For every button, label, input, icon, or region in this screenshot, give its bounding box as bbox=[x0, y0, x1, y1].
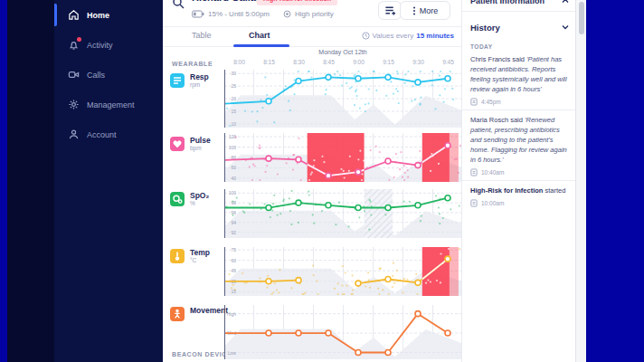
vital-row-pulse[interactable]: Pulsebpm bbox=[170, 137, 211, 151]
values-interval-note: Values every 15 minutes bbox=[362, 32, 454, 40]
time-tick-label: 8:45 bbox=[314, 59, 344, 65]
sidebar-item-label: Account bbox=[87, 130, 117, 139]
more-button[interactable]: More bbox=[400, 1, 450, 20]
history-entry: Maria Rosch said 'Renewed patient, presc… bbox=[470, 115, 569, 165]
svg-text:20: 20 bbox=[231, 96, 236, 101]
app-window: Home Activity Calls Management Acco bbox=[7, 0, 586, 362]
left-rail bbox=[7, 0, 54, 362]
vital-row-resp[interactable]: Resprpm bbox=[170, 73, 209, 88]
chevron-up-icon bbox=[562, 0, 569, 4]
svg-text:92: 92 bbox=[231, 230, 236, 235]
priority-status: High priority bbox=[283, 10, 334, 18]
home-icon bbox=[68, 9, 80, 21]
svg-text:100: 100 bbox=[229, 190, 237, 195]
vital-unit: % bbox=[190, 200, 209, 206]
tab-table[interactable]: Table bbox=[192, 31, 212, 40]
sidebar-item-account[interactable]: Account bbox=[54, 119, 163, 149]
notification-dot bbox=[77, 37, 81, 42]
person-icon bbox=[68, 129, 80, 140]
svg-text:25: 25 bbox=[231, 83, 236, 89]
svg-text:75: 75 bbox=[231, 247, 236, 252]
right-panel: Patient Information History TODAY Chris … bbox=[461, 0, 577, 362]
tab-bar: Table Chart Values every 15 minutes bbox=[163, 27, 461, 47]
add-to-list-button[interactable] bbox=[378, 1, 402, 20]
history-entry: Chris Francis said 'Patient has received… bbox=[470, 54, 569, 94]
video-icon bbox=[68, 69, 80, 81]
sidebar-item-label: Activity bbox=[87, 41, 113, 50]
bell-icon bbox=[68, 39, 80, 51]
vital-unit: rpm bbox=[190, 81, 209, 88]
plot-area: Monday Oct 12th 8:008:158:308:459:009:15… bbox=[224, 47, 461, 362]
scrollbar-track[interactable] bbox=[575, 0, 586, 362]
time-tick-label: 9:15 bbox=[374, 59, 403, 65]
time-tick-label: 8:30 bbox=[284, 59, 314, 65]
svg-text:60: 60 bbox=[231, 258, 236, 263]
chart-pulse: 120100806040 bbox=[224, 133, 461, 182]
vital-unit: °C bbox=[190, 257, 210, 263]
vital-label: Temp bbox=[190, 249, 210, 257]
vital-unit: bpm bbox=[190, 145, 211, 151]
vital-row-movement[interactable]: Movement bbox=[170, 307, 228, 321]
search-icon[interactable] bbox=[172, 0, 185, 13]
patient-info-header[interactable]: Patient Information bbox=[470, 0, 569, 7]
battery-icon bbox=[192, 10, 204, 18]
gear-icon bbox=[68, 99, 80, 110]
sidebar-item-label: Calls bbox=[87, 71, 105, 80]
history-header[interactable]: History bbox=[470, 20, 569, 34]
active-accent-bar bbox=[54, 4, 57, 26]
vital-label: Movement bbox=[190, 307, 228, 315]
time-tick-label: 9:30 bbox=[403, 59, 433, 65]
note-icon bbox=[470, 199, 478, 207]
chart-resp: 3025201510 bbox=[224, 70, 461, 128]
svg-text:60: 60 bbox=[231, 165, 236, 170]
chart-movement: HighMedLow bbox=[224, 305, 461, 359]
oxygen-icon bbox=[170, 192, 185, 206]
patient-header: Richard Gallagher High-Risk for Infectio… bbox=[163, 0, 461, 27]
svg-text:40: 40 bbox=[231, 176, 236, 181]
svg-text:Low: Low bbox=[228, 350, 237, 356]
thermometer-icon bbox=[170, 249, 185, 263]
panel-divider bbox=[462, 11, 577, 12]
entry-timestamp: 10:00am bbox=[470, 199, 569, 207]
sidebar: Home Activity Calls Management Acco bbox=[54, 0, 163, 362]
sidebar-item-management[interactable]: Management bbox=[54, 90, 163, 119]
note-icon bbox=[470, 98, 478, 106]
sidebar-item-home[interactable]: Home bbox=[54, 0, 163, 30]
main-content: Richard Gallagher High-Risk for Infectio… bbox=[163, 0, 461, 362]
svg-text:96: 96 bbox=[231, 210, 236, 215]
vital-label: Resp bbox=[190, 73, 209, 81]
vital-row-temp[interactable]: Temp°C bbox=[170, 249, 210, 263]
vital-label: Pulse bbox=[190, 137, 211, 145]
svg-text:High: High bbox=[227, 311, 237, 317]
svg-text:15: 15 bbox=[231, 109, 236, 114]
time-tick-label: 8:15 bbox=[254, 59, 284, 65]
history-entry: High-Risk for Infection started bbox=[470, 186, 569, 195]
more-dots-icon bbox=[412, 5, 416, 16]
svg-text:30: 30 bbox=[231, 71, 236, 76]
risk-badge: High-Risk for Infection bbox=[257, 0, 337, 5]
heart-icon bbox=[170, 137, 185, 151]
today-label: TODAY bbox=[470, 43, 569, 50]
entry-timestamp: 4:45pm bbox=[470, 98, 569, 106]
sidebar-item-calls[interactable]: Calls bbox=[54, 60, 163, 90]
lungs-icon bbox=[170, 73, 185, 88]
scrollbar-thumb[interactable] bbox=[579, 2, 584, 34]
chart-date-label: Monday Oct 12th bbox=[224, 49, 461, 55]
chart-section: WEARABLE BEACON DEVICES ResprpmPulsebpmS… bbox=[163, 47, 461, 362]
svg-text:45: 45 bbox=[231, 268, 236, 273]
sidebar-item-activity[interactable]: Activity bbox=[54, 30, 163, 60]
vital-row-spo2[interactable]: SpO₂% bbox=[170, 192, 209, 206]
sidebar-item-label: Management bbox=[87, 100, 135, 110]
chevron-down-icon[interactable] bbox=[562, 24, 569, 30]
entry-divider bbox=[462, 110, 577, 110]
tab-chart[interactable]: Chart bbox=[249, 31, 270, 40]
chart-temp: 7560453015 bbox=[224, 247, 461, 296]
note-icon bbox=[470, 168, 478, 176]
wearable-section-label: WEARABLE bbox=[172, 61, 213, 67]
vital-label: SpO₂ bbox=[190, 192, 209, 200]
clock-icon bbox=[362, 32, 370, 40]
chart-spo2: 10098969492 bbox=[224, 189, 461, 238]
priority-icon bbox=[283, 10, 291, 18]
playlist-add-icon bbox=[384, 5, 396, 16]
time-tick-label: 9:00 bbox=[344, 59, 374, 65]
